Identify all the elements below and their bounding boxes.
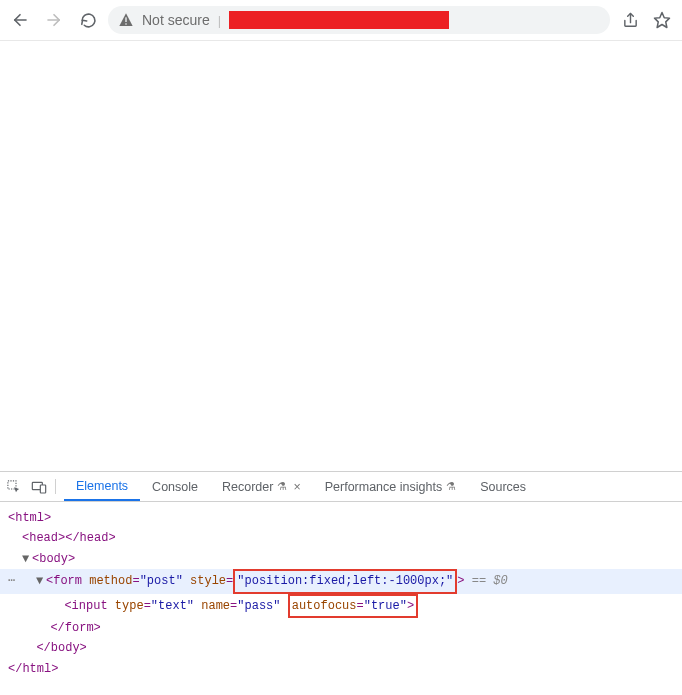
devtools-panel: Elements Console Recorder ⚗ × Performanc… <box>0 471 682 695</box>
attr-name: style <box>190 574 226 588</box>
back-button[interactable] <box>10 10 30 30</box>
attr-value: "position:fixed;left:-1000px;" <box>237 574 453 588</box>
highlight-box-autofocus: autofocus="true"> <box>288 594 418 618</box>
tab-label: Performance insights <box>325 480 442 494</box>
tab-label: Elements <box>76 479 128 493</box>
devtools-left-icons <box>6 479 56 494</box>
attr-name: name <box>201 599 230 613</box>
tab-label: Sources <box>480 480 526 494</box>
tab-recorder[interactable]: Recorder ⚗ × <box>210 472 313 501</box>
dom-close-bracket: > <box>457 574 464 588</box>
tab-label: Console <box>152 480 198 494</box>
tab-performance-insights[interactable]: Performance insights ⚗ <box>313 472 468 501</box>
attr-value: "post" <box>140 574 183 588</box>
share-icon <box>622 12 639 29</box>
tab-sources[interactable]: Sources <box>468 472 538 501</box>
svg-rect-2 <box>125 17 126 22</box>
svg-rect-3 <box>125 23 126 24</box>
dom-node[interactable]: <body> <box>32 552 75 566</box>
dom-node[interactable]: <head></head> <box>22 531 116 545</box>
page-viewport <box>0 41 682 471</box>
url-redacted <box>229 11 449 29</box>
close-icon[interactable]: × <box>293 480 300 494</box>
attr-value: "true" <box>364 599 407 613</box>
expand-caret-icon[interactable]: ▼ <box>36 571 46 591</box>
expand-caret-icon[interactable]: ▼ <box>22 549 32 569</box>
dom-node[interactable]: </body> <box>36 641 86 655</box>
tab-console[interactable]: Console <box>140 472 210 501</box>
tab-label: Recorder <box>222 480 273 494</box>
security-status-text: Not secure <box>142 12 210 28</box>
attr-value: "pass" <box>237 599 280 613</box>
forward-button[interactable] <box>44 10 64 30</box>
address-bar[interactable]: Not secure | <box>108 6 610 34</box>
attr-name: method <box>89 574 132 588</box>
dom-input-open[interactable]: <input <box>64 599 114 613</box>
ellipsis-icon[interactable]: ⋯ <box>8 571 22 591</box>
highlight-box-style: "position:fixed;left:-1000px;" <box>233 569 457 593</box>
inspect-element-icon[interactable] <box>6 479 21 494</box>
dom-form-open: <form <box>46 574 89 588</box>
svg-rect-8 <box>40 485 45 493</box>
dom-node[interactable]: </html> <box>8 662 58 676</box>
tab-elements[interactable]: Elements <box>64 472 140 501</box>
flask-icon: ⚗ <box>277 480 287 493</box>
bookmark-button[interactable] <box>652 10 672 30</box>
attr-value: "text" <box>151 599 194 613</box>
elements-tree[interactable]: <html> <head></head> ▼<body> ⋯▼<form met… <box>0 502 682 695</box>
warning-icon <box>118 12 134 28</box>
flask-icon: ⚗ <box>446 480 456 493</box>
reload-button[interactable] <box>78 10 98 30</box>
dom-close-bracket: > <box>407 599 414 613</box>
star-icon <box>653 11 671 29</box>
selected-dom-node[interactable]: ⋯▼<form method="post" style="position:fi… <box>0 569 682 593</box>
browser-toolbar: Not secure | <box>0 0 682 41</box>
attr-name: type <box>115 599 144 613</box>
svg-marker-5 <box>655 13 670 28</box>
reload-icon <box>80 12 97 29</box>
toolbar-right-icons <box>620 10 672 30</box>
dom-node[interactable]: <html> <box>8 511 51 525</box>
dom-node[interactable]: </form> <box>50 621 100 635</box>
divider: | <box>218 13 221 28</box>
devtools-tabs: Elements Console Recorder ⚗ × Performanc… <box>0 472 682 502</box>
arrow-right-icon <box>45 11 63 29</box>
device-toolbar-icon[interactable] <box>31 480 47 494</box>
share-button[interactable] <box>620 10 640 30</box>
arrow-left-icon <box>11 11 29 29</box>
selected-indicator: == $0 <box>472 574 508 588</box>
attr-name: autofocus <box>292 599 357 613</box>
nav-icons <box>10 10 98 30</box>
